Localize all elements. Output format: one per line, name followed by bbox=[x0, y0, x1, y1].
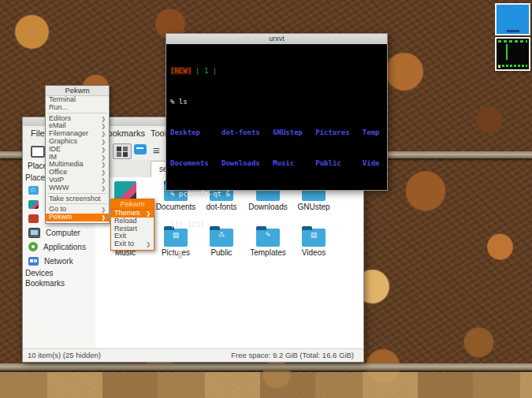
sidebar-group-bookmarks[interactable]: Bookmarks bbox=[23, 278, 95, 288]
monitor-graph-spike bbox=[506, 44, 508, 60]
status-bar: 10 item(s) (25 hidden) Free space: 9.2 G… bbox=[23, 348, 363, 362]
terminal-line: Desktop dot-fonts GNUstep Pictures Temp bbox=[170, 128, 387, 138]
terminal-line: % pcmanfm-qt & bbox=[170, 189, 387, 199]
workspace-preview-monitor[interactable] bbox=[495, 37, 530, 71]
submenu-arrow-icon: ❯ bbox=[101, 122, 106, 130]
menu-separator bbox=[47, 203, 107, 204]
monitor-text-row bbox=[498, 40, 527, 43]
message-bubble-icon[interactable] bbox=[134, 144, 147, 154]
submenu-arrow-icon: ❯ bbox=[101, 138, 106, 146]
submenu-arrow-icon: ❯ bbox=[101, 115, 106, 123]
menu-item-run[interactable]: Run... bbox=[46, 104, 109, 112]
menu-item-www[interactable]: WWW❯ bbox=[46, 184, 109, 192]
pekwm-root-menu: Pekwm Terminal Run... Editors❯ eMail❯ Fi… bbox=[45, 85, 110, 224]
submenu-arrow-icon: ❯ bbox=[101, 169, 106, 177]
submenu-arrow-icon: ❯ bbox=[101, 206, 106, 214]
pekwm-submenu: Pekwm Themes❯ Reload Restart Exit Exit t… bbox=[110, 199, 154, 251]
submenu-arrow-icon: ❯ bbox=[146, 210, 151, 218]
submenu-arrow-icon: ❯ bbox=[101, 184, 106, 192]
terminal-line: % ls bbox=[170, 97, 387, 107]
sidebar-item-applications[interactable]: Applications bbox=[23, 240, 95, 254]
new-badge: [NEW] bbox=[170, 67, 192, 75]
computer-icon bbox=[28, 228, 40, 238]
sidebar-item-network[interactable]: Network bbox=[23, 254, 95, 268]
desktop: File Bookmarks Tools ≡ Places Places bbox=[0, 0, 532, 398]
submenu-arrow-icon: ❯ bbox=[101, 146, 106, 154]
sidebar-item-computer[interactable]: Computer bbox=[23, 225, 95, 240]
free-space-text: Free space: 9.2 GiB (Total: 16.6 GiB) bbox=[231, 351, 354, 359]
workspace-indicator: | 1 | bbox=[195, 67, 217, 75]
menu-item-exit-to[interactable]: Exit to❯ bbox=[111, 240, 154, 248]
menu-separator bbox=[47, 193, 107, 194]
workspace-preview-blue[interactable] bbox=[495, 3, 530, 35]
submenu-arrow-icon: ❯ bbox=[101, 130, 106, 138]
terminal-titlebar[interactable]: urxvt bbox=[166, 34, 387, 45]
railroad-rail-bottom bbox=[0, 363, 532, 370]
submenu-arrow-icon: ❯ bbox=[101, 214, 106, 221]
terminal-line: Documents Downloads Music Public Vide bbox=[170, 158, 387, 169]
network-icon bbox=[28, 257, 39, 266]
menu-file[interactable]: File bbox=[31, 128, 45, 138]
menu-separator bbox=[47, 113, 107, 113]
terminal-line: [1] 1231 bbox=[170, 220, 387, 230]
railroad-tie bbox=[0, 372, 532, 398]
monitor-baseline-row bbox=[498, 65, 527, 67]
submenu-arrow-icon: ❯ bbox=[146, 240, 151, 248]
submenu-arrow-icon: ❯ bbox=[101, 161, 106, 169]
item-count-text: 10 item(s) (25 hidden) bbox=[28, 351, 101, 359]
icon-view-button[interactable] bbox=[113, 143, 132, 159]
menu-item-take-screenshot[interactable]: Take screenshot bbox=[46, 195, 109, 203]
desktop-icon bbox=[28, 200, 39, 209]
sidebar-group-devices[interactable]: Devices bbox=[23, 268, 95, 278]
trash-icon bbox=[28, 214, 39, 223]
text-cursor bbox=[178, 251, 182, 259]
home-icon bbox=[28, 186, 39, 195]
terminal-prompt-line: % bbox=[170, 251, 387, 261]
terminal-status-line: [NEW]| 1 | bbox=[170, 66, 387, 76]
applications-icon bbox=[28, 242, 38, 251]
submenu-arrow-icon: ❯ bbox=[101, 154, 106, 162]
submenu-arrow-icon: ❯ bbox=[101, 177, 106, 184]
hamburger-menu-icon[interactable]: ≡ bbox=[153, 143, 166, 158]
monitor-yellow-dot bbox=[498, 65, 500, 68]
preview-text-smudge bbox=[507, 30, 519, 32]
terminal-window[interactable]: urxvt [NEW]| 1 | % ls Desktop dot-fonts … bbox=[166, 33, 388, 191]
menu-item-pekwm[interactable]: Pekwm❯ bbox=[46, 214, 109, 221]
terminal-screen[interactable]: [NEW]| 1 | % ls Desktop dot-fonts GNUste… bbox=[166, 44, 387, 190]
new-window-icon[interactable] bbox=[31, 146, 45, 158]
